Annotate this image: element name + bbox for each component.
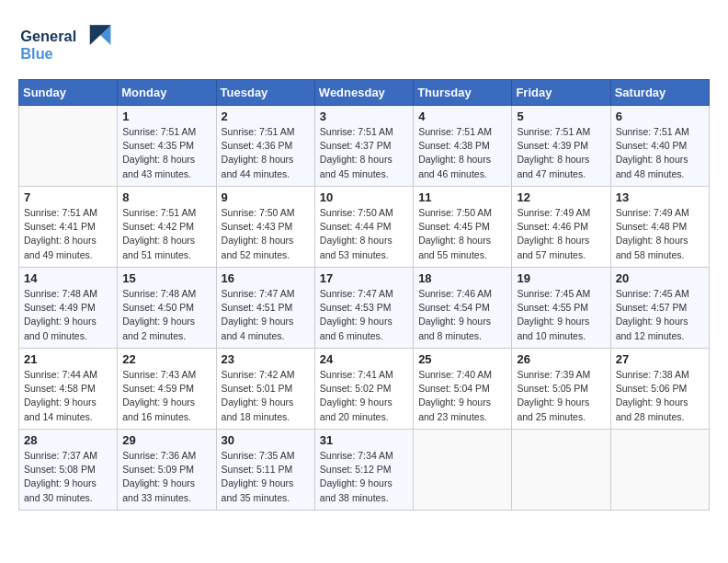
calendar-cell: 15Sunrise: 7:48 AM Sunset: 4:50 PM Dayli…	[118, 268, 216, 349]
calendar-cell: 2Sunrise: 7:51 AM Sunset: 4:36 PM Daylig…	[216, 106, 314, 187]
day-info: Sunrise: 7:43 AM Sunset: 4:59 PM Dayligh…	[122, 368, 210, 424]
day-number: 19	[517, 271, 605, 285]
header-row: SundayMondayTuesdayWednesdayThursdayFrid…	[19, 80, 710, 106]
day-header-wednesday: Wednesday	[314, 80, 413, 106]
calendar-cell: 17Sunrise: 7:47 AM Sunset: 4:53 PM Dayli…	[314, 268, 413, 349]
day-info: Sunrise: 7:38 AM Sunset: 5:06 PM Dayligh…	[616, 368, 704, 424]
calendar-cell: 24Sunrise: 7:41 AM Sunset: 5:02 PM Dayli…	[314, 349, 413, 430]
day-number: 20	[616, 271, 704, 285]
calendar-cell: 3Sunrise: 7:51 AM Sunset: 4:37 PM Daylig…	[314, 106, 413, 187]
day-number: 29	[122, 433, 210, 447]
day-number: 1	[122, 109, 210, 123]
svg-text:Blue: Blue	[20, 45, 52, 62]
day-number: 2	[222, 109, 310, 123]
calendar-cell: 28Sunrise: 7:37 AM Sunset: 5:08 PM Dayli…	[19, 430, 118, 511]
calendar-cell	[512, 430, 610, 511]
calendar-cell: 20Sunrise: 7:45 AM Sunset: 4:57 PM Dayli…	[610, 268, 709, 349]
day-info: Sunrise: 7:51 AM Sunset: 4:42 PM Dayligh…	[122, 206, 210, 262]
calendar-cell: 6Sunrise: 7:51 AM Sunset: 4:40 PM Daylig…	[610, 106, 709, 187]
calendar-cell: 22Sunrise: 7:43 AM Sunset: 4:59 PM Dayli…	[118, 349, 216, 430]
day-number: 9	[222, 190, 310, 204]
calendar-cell: 26Sunrise: 7:39 AM Sunset: 5:05 PM Dayli…	[512, 349, 610, 430]
calendar-cell: 25Sunrise: 7:40 AM Sunset: 5:04 PM Dayli…	[414, 349, 512, 430]
day-info: Sunrise: 7:51 AM Sunset: 4:38 PM Dayligh…	[418, 125, 506, 181]
day-info: Sunrise: 7:50 AM Sunset: 4:44 PM Dayligh…	[320, 206, 408, 262]
day-number: 23	[222, 352, 310, 366]
week-row-3: 14Sunrise: 7:48 AM Sunset: 4:49 PM Dayli…	[19, 268, 710, 349]
day-info: Sunrise: 7:47 AM Sunset: 4:53 PM Dayligh…	[320, 287, 408, 343]
day-info: Sunrise: 7:51 AM Sunset: 4:39 PM Dayligh…	[517, 125, 605, 181]
calendar-cell: 30Sunrise: 7:35 AM Sunset: 5:11 PM Dayli…	[216, 430, 314, 511]
day-info: Sunrise: 7:49 AM Sunset: 4:48 PM Dayligh…	[616, 206, 704, 262]
calendar-cell: 7Sunrise: 7:51 AM Sunset: 4:41 PM Daylig…	[19, 187, 118, 268]
day-number: 18	[418, 271, 506, 285]
day-info: Sunrise: 7:48 AM Sunset: 4:50 PM Dayligh…	[122, 287, 210, 343]
day-number: 14	[24, 271, 112, 285]
day-info: Sunrise: 7:47 AM Sunset: 4:51 PM Dayligh…	[222, 287, 310, 343]
calendar-cell: 31Sunrise: 7:34 AM Sunset: 5:12 PM Dayli…	[314, 430, 413, 511]
calendar-cell	[19, 106, 118, 187]
day-info: Sunrise: 7:51 AM Sunset: 4:35 PM Dayligh…	[122, 125, 210, 181]
day-number: 21	[24, 352, 112, 366]
day-info: Sunrise: 7:40 AM Sunset: 5:04 PM Dayligh…	[418, 368, 506, 424]
day-number: 7	[24, 190, 112, 204]
calendar-cell: 27Sunrise: 7:38 AM Sunset: 5:06 PM Dayli…	[610, 349, 709, 430]
calendar-cell: 11Sunrise: 7:50 AM Sunset: 4:45 PM Dayli…	[414, 187, 512, 268]
day-number: 6	[616, 109, 704, 123]
day-number: 11	[418, 190, 506, 204]
page-header: General Blue	[18, 18, 710, 64]
day-info: Sunrise: 7:36 AM Sunset: 5:09 PM Dayligh…	[122, 449, 210, 505]
day-info: Sunrise: 7:51 AM Sunset: 4:41 PM Dayligh…	[24, 206, 112, 262]
calendar-cell: 1Sunrise: 7:51 AM Sunset: 4:35 PM Daylig…	[118, 106, 216, 187]
calendar-cell	[414, 430, 512, 511]
calendar-table: SundayMondayTuesdayWednesdayThursdayFrid…	[18, 79, 710, 511]
calendar-cell: 9Sunrise: 7:50 AM Sunset: 4:43 PM Daylig…	[216, 187, 314, 268]
calendar-cell: 8Sunrise: 7:51 AM Sunset: 4:42 PM Daylig…	[118, 187, 216, 268]
day-number: 13	[616, 190, 704, 204]
calendar-cell: 13Sunrise: 7:49 AM Sunset: 4:48 PM Dayli…	[610, 187, 709, 268]
week-row-2: 7Sunrise: 7:51 AM Sunset: 4:41 PM Daylig…	[19, 187, 710, 268]
day-number: 22	[122, 352, 210, 366]
day-number: 10	[320, 190, 408, 204]
day-number: 5	[517, 109, 605, 123]
calendar-cell: 14Sunrise: 7:48 AM Sunset: 4:49 PM Dayli…	[19, 268, 118, 349]
day-header-monday: Monday	[118, 80, 216, 106]
day-info: Sunrise: 7:45 AM Sunset: 4:57 PM Dayligh…	[616, 287, 704, 343]
day-number: 3	[320, 109, 408, 123]
calendar-cell: 10Sunrise: 7:50 AM Sunset: 4:44 PM Dayli…	[314, 187, 413, 268]
calendar-cell: 18Sunrise: 7:46 AM Sunset: 4:54 PM Dayli…	[414, 268, 512, 349]
calendar-cell: 21Sunrise: 7:44 AM Sunset: 4:58 PM Dayli…	[19, 349, 118, 430]
day-info: Sunrise: 7:48 AM Sunset: 4:49 PM Dayligh…	[24, 287, 112, 343]
calendar-cell: 5Sunrise: 7:51 AM Sunset: 4:39 PM Daylig…	[512, 106, 610, 187]
day-number: 17	[320, 271, 408, 285]
day-info: Sunrise: 7:39 AM Sunset: 5:05 PM Dayligh…	[517, 368, 605, 424]
day-info: Sunrise: 7:51 AM Sunset: 4:40 PM Dayligh…	[616, 125, 704, 181]
calendar-cell: 16Sunrise: 7:47 AM Sunset: 4:51 PM Dayli…	[216, 268, 314, 349]
day-info: Sunrise: 7:50 AM Sunset: 4:43 PM Dayligh…	[222, 206, 310, 262]
day-header-friday: Friday	[512, 80, 610, 106]
calendar-cell: 19Sunrise: 7:45 AM Sunset: 4:55 PM Dayli…	[512, 268, 610, 349]
day-info: Sunrise: 7:41 AM Sunset: 5:02 PM Dayligh…	[320, 368, 408, 424]
week-row-5: 28Sunrise: 7:37 AM Sunset: 5:08 PM Dayli…	[19, 430, 710, 511]
day-header-thursday: Thursday	[414, 80, 512, 106]
day-number: 31	[320, 433, 408, 447]
day-header-tuesday: Tuesday	[216, 80, 314, 106]
day-info: Sunrise: 7:51 AM Sunset: 4:36 PM Dayligh…	[222, 125, 310, 181]
day-number: 24	[320, 352, 408, 366]
day-number: 28	[24, 433, 112, 447]
day-number: 12	[517, 190, 605, 204]
calendar-cell: 4Sunrise: 7:51 AM Sunset: 4:38 PM Daylig…	[414, 106, 512, 187]
day-number: 8	[122, 190, 210, 204]
day-number: 16	[222, 271, 310, 285]
logo: General Blue	[18, 18, 119, 64]
day-number: 26	[517, 352, 605, 366]
day-number: 30	[222, 433, 310, 447]
day-info: Sunrise: 7:50 AM Sunset: 4:45 PM Dayligh…	[418, 206, 506, 262]
calendar-cell: 29Sunrise: 7:36 AM Sunset: 5:09 PM Dayli…	[118, 430, 216, 511]
day-number: 27	[616, 352, 704, 366]
day-header-saturday: Saturday	[610, 80, 709, 106]
day-info: Sunrise: 7:42 AM Sunset: 5:01 PM Dayligh…	[222, 368, 310, 424]
day-info: Sunrise: 7:37 AM Sunset: 5:08 PM Dayligh…	[24, 449, 112, 505]
logo-svg: General Blue	[18, 18, 119, 64]
calendar-cell: 23Sunrise: 7:42 AM Sunset: 5:01 PM Dayli…	[216, 349, 314, 430]
